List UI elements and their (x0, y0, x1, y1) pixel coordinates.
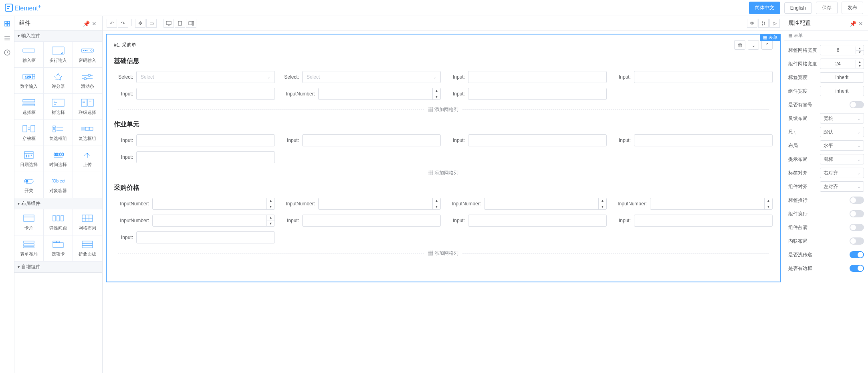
component-item-checkboxbtn[interactable]: 复选框组 (73, 120, 102, 146)
layout-select[interactable]: 水平⌄ (820, 140, 864, 151)
component-item-select[interactable]: 选择框 (14, 93, 44, 120)
history-rail-icon[interactable] (4, 49, 11, 56)
input-field[interactable] (136, 134, 275, 146)
input-field[interactable] (468, 134, 607, 146)
tablet-view-button[interactable] (175, 19, 185, 28)
close-icon[interactable]: ✕ (858, 20, 864, 26)
move-button[interactable]: ✥ (135, 19, 145, 28)
collapse-down-button[interactable]: ⌄ (748, 40, 759, 50)
border-toggle[interactable] (850, 265, 864, 272)
field-label: InputNumber: (280, 201, 318, 207)
form-tag: ▦ 表单 (760, 34, 781, 41)
input-field[interactable] (136, 88, 275, 100)
group-layout-header[interactable]: ▾布局组件 (14, 198, 102, 209)
number-field[interactable]: ▲▼ (650, 198, 773, 210)
component-item-object[interactable]: {Object}对象容器 (43, 172, 73, 198)
prop-label: 反馈布局 (788, 115, 807, 122)
comp-wrap-toggle[interactable] (850, 210, 864, 217)
add-grid-column-hint[interactable]: ▦ 添加网格列 (114, 106, 773, 113)
select-field[interactable]: Select⌄ (302, 71, 441, 83)
components-rail-icon[interactable] (4, 20, 11, 27)
svg-rect-50 (24, 241, 34, 243)
component-item-cascader[interactable]: 联级选择 (73, 93, 102, 120)
select-button[interactable]: ▭ (146, 19, 157, 28)
comp-align-select[interactable]: 左对齐⌄ (820, 181, 864, 192)
component-item-treeselect[interactable]: 树选择 (43, 93, 73, 120)
field-label: Input: (280, 218, 302, 223)
component-item-number[interactable]: 123数字输入 (14, 67, 44, 94)
lang-en-button[interactable]: English (784, 2, 812, 14)
form-card[interactable]: ▦ 表单 #1. 采购单 🗑 ⌄ ⌃ 基础信息 Select:Select⌄ S… (106, 34, 781, 282)
undo-button[interactable]: ↶ (107, 19, 117, 28)
input-field[interactable] (634, 71, 773, 83)
svg-point-4 (83, 50, 84, 51)
save-button[interactable]: 保存 (816, 2, 838, 14)
component-item-textarea[interactable]: 多行输入 (43, 41, 73, 68)
has-colon-toggle[interactable] (850, 101, 864, 108)
pin-icon[interactable]: 📌 (83, 20, 89, 26)
input-field[interactable] (468, 88, 607, 100)
component-item-input[interactable]: 输入框 (14, 41, 44, 68)
collapse-up-button[interactable]: ⌃ (761, 40, 773, 50)
label-width-input[interactable]: inherit (820, 72, 864, 83)
input-field[interactable] (302, 134, 441, 146)
component-item-tabs[interactable]: 选项卡 (43, 235, 73, 262)
input-field[interactable] (468, 71, 607, 83)
input-field[interactable] (302, 215, 441, 227)
component-label: 选项卡 (52, 251, 65, 257)
label-grid-width-stepper[interactable]: 6▲▼ (820, 45, 864, 55)
number-field[interactable]: ▲▼ (152, 198, 275, 210)
component-item-transfer[interactable]: 穿梭框 (14, 120, 44, 146)
number-field[interactable]: ▲▼ (318, 88, 441, 100)
size-select[interactable]: 默认⌄ (820, 127, 864, 137)
component-item-checkbox[interactable]: 复选框组 (43, 120, 73, 146)
add-grid-column-hint[interactable]: ▦ 添加网格列 (114, 170, 773, 176)
input-field[interactable] (634, 134, 773, 146)
publish-button[interactable]: 发布 (842, 2, 863, 14)
comp-grid-width-stepper[interactable]: 24▲▼ (820, 59, 864, 69)
group-input-header[interactable]: ▾输入控件 (14, 30, 102, 42)
label-wrap-toggle[interactable] (850, 197, 864, 204)
component-item-rate[interactable]: 评分器 (43, 67, 73, 94)
input-field[interactable] (634, 215, 773, 227)
component-item-grid[interactable]: 网格布局 (73, 209, 102, 235)
input-field[interactable] (468, 215, 607, 227)
inline-toggle[interactable] (850, 237, 864, 245)
shallow-toggle[interactable] (850, 251, 864, 258)
label-align-select[interactable]: 右对齐⌄ (820, 168, 864, 178)
svg-point-32 (28, 155, 29, 156)
redo-button[interactable]: ↷ (118, 19, 128, 28)
input-field[interactable] (136, 151, 275, 163)
component-item-time[interactable]: 00:00时间选择 (43, 146, 73, 172)
input-field[interactable] (136, 231, 275, 243)
component-item-date[interactable]: 日期选择 (14, 146, 44, 172)
close-icon[interactable]: ✕ (92, 20, 97, 26)
lang-zh-button[interactable]: 简体中文 (749, 2, 780, 14)
group-self-header[interactable]: ▾自增组件 (14, 262, 102, 273)
component-item-switch[interactable]: 开关 (14, 172, 44, 198)
desktop-view-button[interactable] (164, 19, 174, 28)
component-item-slider[interactable]: 滑动条 (73, 67, 102, 94)
fill-toggle[interactable] (850, 224, 864, 231)
component-item-collapse[interactable]: 折叠面板 (73, 235, 102, 262)
play-button[interactable]: ▷ (769, 19, 780, 28)
feedback-layout-select[interactable]: 宽松⌄ (820, 113, 864, 124)
select-field[interactable]: Select⌄ (136, 71, 275, 83)
component-item-formlayout[interactable]: 表单布局 (14, 235, 44, 262)
component-item-space[interactable]: 弹性间距 (43, 209, 73, 235)
number-field[interactable]: ▲▼ (484, 198, 607, 210)
add-grid-column-hint[interactable]: ▦ 添加网格列 (114, 250, 773, 257)
component-item-upload[interactable]: 上传 (73, 146, 102, 172)
number-field[interactable]: ▲▼ (318, 198, 441, 210)
number-field[interactable]: ▲▼ (152, 215, 275, 227)
outline-rail-icon[interactable] (4, 34, 11, 42)
tooltip-layout-select[interactable]: 图标⌄ (820, 154, 864, 164)
component-item-card[interactable]: 卡片 (14, 209, 44, 235)
component-item-password[interactable]: 密码输入 (73, 41, 102, 68)
code-button[interactable]: ⟨⟩ (758, 19, 769, 28)
pin-icon[interactable]: 📌 (850, 20, 855, 26)
comp-width-input[interactable]: inherit (820, 86, 864, 96)
mobile-view-button[interactable] (186, 19, 196, 28)
preview-button[interactable]: 👁 (747, 19, 757, 28)
delete-form-button[interactable]: 🗑 (734, 40, 745, 50)
